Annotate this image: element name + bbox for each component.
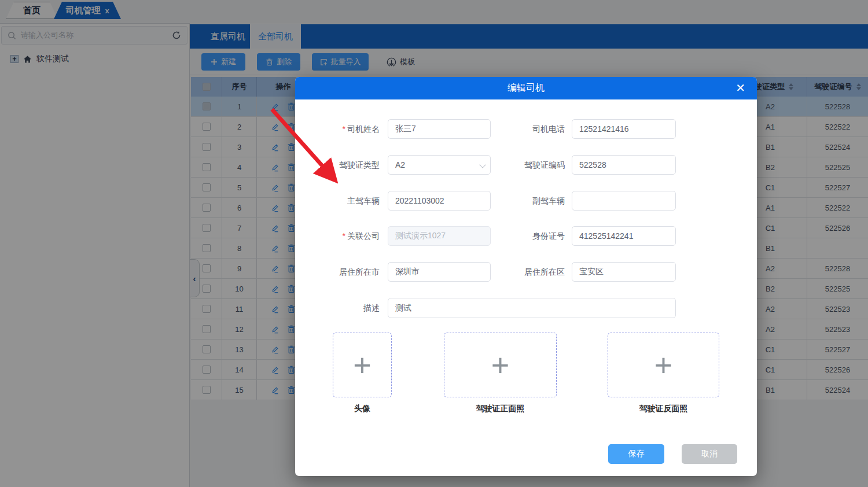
secondary-vehicle-field[interactable] <box>572 191 676 211</box>
district-field[interactable] <box>572 262 676 282</box>
license-type-select[interactable] <box>388 155 491 175</box>
modal-title: 编辑司机 <box>507 82 545 94</box>
modal-header: 编辑司机 ✕ <box>295 77 757 99</box>
company-label: *关联公司 <box>295 226 380 246</box>
required-asterisk: * <box>343 124 345 134</box>
plus-icon: + <box>491 351 510 379</box>
city-label: 居住所在市 <box>295 262 380 282</box>
license-front-upload-label: 驾驶证正面照 <box>444 404 557 414</box>
id-number-field[interactable] <box>572 226 676 246</box>
driver-phone-field[interactable] <box>572 119 676 139</box>
description-label: 描述 <box>295 298 380 318</box>
company-field <box>388 226 491 246</box>
primary-vehicle-label: 主驾车辆 <box>295 191 380 211</box>
license-back-upload-box[interactable]: + <box>608 333 719 397</box>
required-asterisk: * <box>343 231 345 241</box>
plus-icon: + <box>353 351 372 379</box>
save-button[interactable]: 保存 <box>608 444 664 464</box>
license-front-upload-box[interactable]: + <box>444 333 557 397</box>
license-code-field[interactable] <box>572 155 676 175</box>
edit-driver-modal: 编辑司机 ✕ *司机姓名 司机电话 驾驶证类型 驾驶证编码 主驾车辆 副驾车辆 … <box>295 77 757 476</box>
primary-vehicle-field[interactable] <box>388 191 491 211</box>
driver-name-field[interactable] <box>388 119 491 139</box>
description-field[interactable] <box>388 298 676 318</box>
cancel-button[interactable]: 取消 <box>682 444 737 464</box>
avatar-upload-box[interactable]: + <box>333 333 392 397</box>
license-type-label: 驾驶证类型 <box>295 155 380 175</box>
city-field[interactable] <box>388 262 491 282</box>
plus-icon: + <box>654 351 673 379</box>
driver-phone-label: 司机电话 <box>480 119 565 139</box>
driver-name-label: *司机姓名 <box>295 119 380 139</box>
secondary-vehicle-label: 副驾车辆 <box>480 191 565 211</box>
id-number-label: 身份证号 <box>480 226 565 246</box>
license-back-upload-label: 驾驶证反面照 <box>608 404 719 414</box>
license-code-label: 驾驶证编码 <box>480 155 565 175</box>
district-label: 居住所在区 <box>480 262 565 282</box>
avatar-upload-label: 头像 <box>333 404 392 414</box>
modal-close-icon[interactable]: ✕ <box>735 82 745 94</box>
